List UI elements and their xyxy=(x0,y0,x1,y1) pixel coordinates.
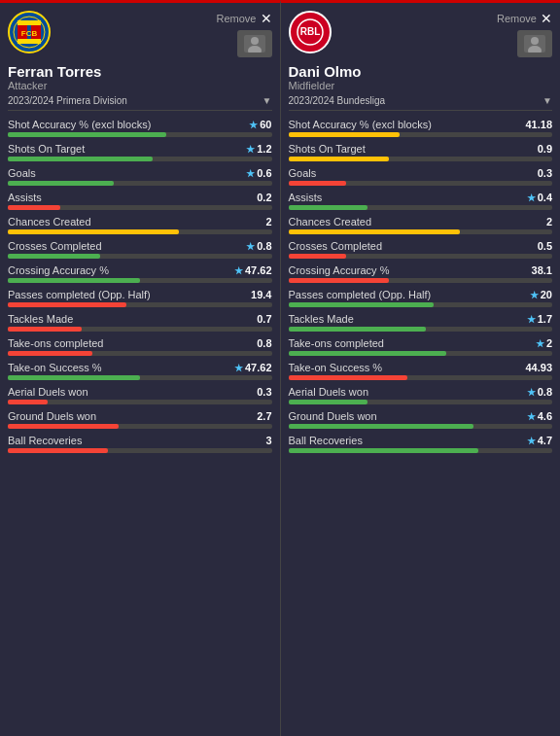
stat-label: Passes completed (Opp. Half) xyxy=(289,289,432,300)
stat-label-row: Goals★0.6 xyxy=(8,167,272,179)
bar-track xyxy=(289,424,553,429)
player-card-dani: RBL Remove ✕ Dani Olmo Midfielder 2023/2… xyxy=(281,0,561,736)
stat-value: 2 xyxy=(265,216,271,228)
bar-fill xyxy=(8,351,92,356)
close-icon[interactable]: ✕ xyxy=(261,11,272,26)
stat-label-row: Ball Recoveries★4.7 xyxy=(289,435,553,446)
bar-track xyxy=(8,351,272,356)
star-icon: ★ xyxy=(246,241,255,252)
bar-fill xyxy=(289,302,434,307)
stat-label-row: Take-on Success %★47.62 xyxy=(8,362,272,373)
club-logo-barca: FCB xyxy=(8,11,51,53)
stat-row: Aerial Duels won★0.8 xyxy=(289,386,553,404)
stat-value: 19.4 xyxy=(251,289,271,300)
stat-value: ★47.62 xyxy=(234,362,272,373)
star-icon: ★ xyxy=(249,120,258,130)
star-icon: ★ xyxy=(527,387,536,398)
bar-track xyxy=(289,278,553,283)
header-right: Remove ✕ xyxy=(497,11,552,57)
star-icon: ★ xyxy=(246,144,255,155)
stat-label: Ball Recoveries xyxy=(289,435,363,446)
stat-row: Tackles Made0.7 xyxy=(8,313,272,332)
star-icon: ★ xyxy=(234,363,243,373)
stat-value: ★60 xyxy=(249,119,271,130)
stat-label-row: Shots On Target0.9 xyxy=(289,143,553,155)
stat-label: Tackles Made xyxy=(8,313,73,325)
stat-row: Passes completed (Opp. Half)★20 xyxy=(289,289,553,307)
stat-label: Ball Recoveries xyxy=(8,435,82,446)
stat-row: Assists★0.4 xyxy=(289,192,553,210)
season-text: 2023/2024 Primera Division xyxy=(8,95,127,106)
remove-label: Remove xyxy=(497,13,537,24)
bar-track xyxy=(8,205,272,210)
bar-fill xyxy=(289,229,460,234)
bar-track xyxy=(8,424,272,429)
stat-label: Ground Duels won xyxy=(8,410,96,422)
stat-row: Ball Recoveries3 xyxy=(8,435,272,453)
comparison-container: FCB Remove ✕ Ferran Torres Attacker 2023… xyxy=(0,0,560,736)
stat-label: Shot Accuracy % (excl blocks) xyxy=(289,119,432,130)
stat-label: Ground Duels won xyxy=(289,410,377,422)
club-logo-rb: RBL xyxy=(289,11,332,53)
stat-row: Take-ons completed★2 xyxy=(289,337,553,356)
remove-button[interactable]: Remove ✕ xyxy=(497,11,552,26)
star-icon: ★ xyxy=(536,338,544,349)
stat-label: Shots On Target xyxy=(8,143,85,155)
card-header: RBL Remove ✕ xyxy=(289,11,553,57)
close-icon[interactable]: ✕ xyxy=(541,11,552,26)
svg-rect-4 xyxy=(18,20,41,25)
bar-track xyxy=(8,157,272,161)
bar-track xyxy=(289,229,553,234)
bar-track xyxy=(289,375,553,380)
player-info: Ferran Torres Attacker xyxy=(8,63,272,91)
stat-label-row: Tackles Made★1.7 xyxy=(289,313,553,325)
bar-fill xyxy=(289,205,368,210)
bar-fill xyxy=(289,327,426,332)
stat-label: Crosses Completed xyxy=(8,240,102,252)
bar-fill xyxy=(8,254,100,259)
bar-track xyxy=(8,132,272,137)
bar-track xyxy=(8,254,272,259)
stat-label: Aerial Duels won xyxy=(8,386,88,398)
remove-button[interactable]: Remove ✕ xyxy=(217,11,272,26)
svg-rect-5 xyxy=(18,39,41,44)
stat-label-row: Assists0.2 xyxy=(8,192,272,203)
stat-row: Shots On Target★1.2 xyxy=(8,143,272,161)
bar-track xyxy=(289,400,553,404)
player-photo xyxy=(517,30,552,57)
bar-track xyxy=(289,205,553,210)
stat-row: Tackles Made★1.7 xyxy=(289,313,553,332)
star-icon: ★ xyxy=(530,290,539,300)
bar-fill xyxy=(289,181,347,186)
chevron-down-icon[interactable]: ▼ xyxy=(262,95,272,106)
stat-value: 0.5 xyxy=(538,240,552,252)
star-icon: ★ xyxy=(527,193,536,203)
stat-label-row: Tackles Made0.7 xyxy=(8,313,272,325)
stat-value: 0.3 xyxy=(257,386,271,398)
season-row[interactable]: 2023/2024 Primera Division ▼ xyxy=(8,95,272,111)
stat-value: 0.3 xyxy=(538,167,552,179)
stat-row: Goals★0.6 xyxy=(8,167,272,186)
bar-fill xyxy=(8,327,82,332)
chevron-down-icon[interactable]: ▼ xyxy=(542,95,552,106)
stat-label: Chances Created xyxy=(289,216,372,228)
bar-track xyxy=(8,400,272,404)
stat-label-row: Crosses Completed0.5 xyxy=(289,240,553,252)
stat-value: 0.2 xyxy=(257,192,271,203)
stat-row: Ground Duels won2.7 xyxy=(8,410,272,429)
stat-label-row: Crossing Accuracy %★47.62 xyxy=(8,264,272,276)
stat-row: Crosses Completed0.5 xyxy=(289,240,553,259)
stat-label: Chances Created xyxy=(8,216,91,228)
player-role: Attacker xyxy=(8,80,272,91)
bar-track xyxy=(289,132,553,137)
svg-point-8 xyxy=(251,37,259,45)
stat-label: Assists xyxy=(289,192,323,203)
stat-row: Crossing Accuracy %★47.62 xyxy=(8,264,272,283)
header-right: Remove ✕ xyxy=(217,11,272,57)
stat-label: Passes completed (Opp. Half) xyxy=(8,289,151,300)
stat-row: Aerial Duels won0.3 xyxy=(8,386,272,404)
season-row[interactable]: 2023/2024 Bundesliga ▼ xyxy=(289,95,553,111)
stat-label-row: Aerial Duels won0.3 xyxy=(8,386,272,398)
bar-track xyxy=(8,229,272,234)
stat-label: Shot Accuracy % (excl blocks) xyxy=(8,119,151,130)
